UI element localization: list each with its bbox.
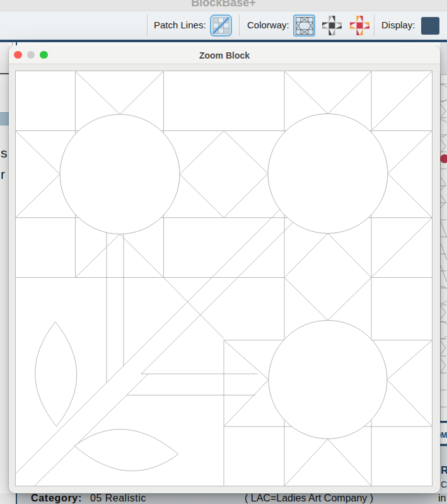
svg-text:C: C [441,479,447,490]
svg-text:R: R [441,464,447,476]
svg-text:OM: OM [440,431,447,440]
